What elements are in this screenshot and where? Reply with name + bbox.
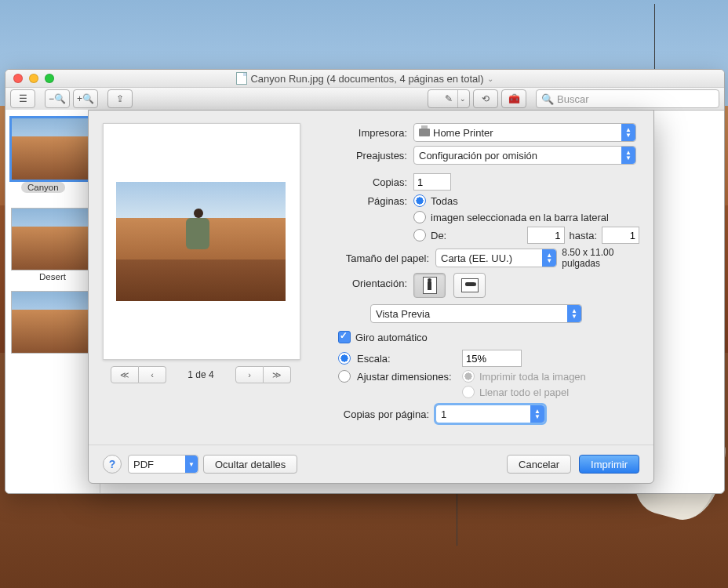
pages-to-input[interactable] (602, 227, 639, 244)
auto-rotate-checkbox[interactable] (338, 331, 351, 343)
print-dialog: ≪ ‹ 1 de 4 › ≫ Impresora: Home Printer ▲… (88, 110, 654, 484)
fit-fill-paper-radio (462, 386, 475, 398)
print-button[interactable]: Imprimir (579, 455, 639, 474)
select-arrows-icon: ▲▼ (542, 249, 556, 267)
scale-input[interactable] (462, 350, 522, 367)
app-options-value: Vista Previa (376, 308, 430, 320)
share-button[interactable]: ⇪ (107, 89, 133, 108)
copies-per-page-select[interactable]: 1 ▲▼ (435, 405, 545, 423)
sidebar-thumbnail-1[interactable] (11, 118, 94, 180)
copies-per-page-label: Copias por página: (313, 408, 435, 420)
sidebar-thumbnail-3[interactable] (11, 291, 94, 354)
print-preview-page (103, 123, 300, 360)
paper-dims-label: 8.50 x 11.00 pulgadas (562, 247, 639, 269)
scale-radio[interactable] (338, 352, 351, 365)
pager-next-button[interactable]: › (235, 366, 264, 383)
sidebar: Canyon Desert (5, 110, 100, 493)
sidebar-thumbnail-2-label: Desert (5, 272, 100, 281)
pages-from-label: De: (431, 230, 446, 241)
portrait-icon (423, 277, 437, 294)
hide-details-button[interactable]: Ocultar detalles (203, 455, 297, 474)
help-button[interactable]: ? (103, 455, 122, 474)
pdf-menu-button[interactable]: PDF ▼ (128, 455, 198, 474)
copies-input[interactable] (413, 173, 451, 191)
print-preview-person (178, 209, 217, 263)
pages-range-radio[interactable] (413, 229, 426, 241)
dialog-bottom-bar: ? PDF ▼ Ocultar detalles Cancelar Imprim… (89, 445, 653, 483)
toolbox-button[interactable]: 🧰 (501, 89, 526, 108)
pager-label: 1 de 4 (179, 369, 223, 380)
presets-select[interactable]: Configuración por omisión ▲▼ (413, 146, 636, 165)
select-arrows-icon: ▲▼ (567, 305, 581, 322)
pager-prev-button[interactable]: ‹ (139, 366, 166, 383)
fit-print-all-label: Imprimir toda la imagen (479, 371, 586, 383)
cancel-button[interactable]: Cancelar (507, 455, 571, 474)
window-title: Canyon Run.jpg (4 documentos, 4 páginas … (250, 73, 483, 85)
printer-icon (419, 129, 430, 136)
printer-value: Home Printer (433, 127, 493, 139)
zoom-in-button[interactable]: +🔍 (73, 89, 98, 108)
pages-label: Páginas: (313, 195, 413, 207)
printer-label: Impresora: (313, 127, 413, 139)
orientation-label: Orientación: (313, 273, 413, 289)
search-input[interactable]: 🔍 Buscar (536, 89, 719, 108)
pages-from-input[interactable] (527, 227, 565, 244)
landscape-icon (461, 278, 479, 292)
sidebar-thumbnail-1-label: Canyon (21, 182, 65, 193)
select-arrows-icon: ▲▼ (621, 147, 635, 164)
paper-size-select[interactable]: Carta (EE. UU.) ▲▼ (435, 249, 557, 267)
app-options-select[interactable]: Vista Previa ▲▼ (370, 304, 582, 323)
sidebar-thumbnail-2[interactable] (11, 208, 94, 270)
pages-selected-label: imagen seleccionada en la barra lateral (431, 212, 609, 223)
file-icon (236, 72, 247, 85)
chevron-down-icon: ▼ (185, 456, 198, 473)
pager-first-button[interactable]: ≪ (111, 366, 139, 383)
fit-label: Ajustar dimensiones: (357, 371, 457, 383)
sidebar-toggle-button[interactable]: ☰ (10, 89, 35, 108)
pages-to-label: hasta: (570, 230, 597, 241)
paper-size-label: Tamaño del papel: (313, 252, 435, 264)
rotate-button[interactable]: ⟲ (473, 89, 498, 108)
zoom-out-button[interactable]: −🔍 (45, 89, 70, 108)
toolbar: ☰ −🔍 +🔍 ⇪ ✎ ⌄ ⟲ 🧰 🔍 Buscar (5, 88, 724, 111)
fit-radio[interactable] (338, 370, 351, 383)
orientation-landscape-button[interactable] (453, 273, 486, 298)
fit-fill-paper-label: Llenar todo el papel (479, 387, 569, 398)
paper-size-value: Carta (EE. UU.) (441, 252, 512, 264)
preview-pager: ≪ ‹ 1 de 4 › ≫ (103, 366, 299, 383)
titlebar: Canyon Run.jpg (4 documentos, 4 páginas … (5, 70, 724, 88)
orientation-portrait-button[interactable] (413, 273, 446, 298)
select-arrows-icon: ▲▼ (530, 405, 544, 423)
copies-per-page-value: 1 (441, 408, 446, 420)
presets-label: Preajustes: (313, 150, 413, 162)
pages-all-radio[interactable] (413, 194, 426, 207)
pager-last-button[interactable]: ≫ (264, 366, 291, 383)
auto-rotate-label: Giro automático (355, 332, 428, 343)
search-icon: 🔍 (541, 93, 554, 105)
search-placeholder: Buscar (557, 93, 588, 105)
scale-label: Escala: (357, 353, 457, 365)
pdf-label: PDF (133, 459, 154, 470)
printer-select[interactable]: Home Printer ▲▼ (413, 123, 636, 142)
copies-label: Copias: (313, 176, 413, 188)
pages-selected-radio[interactable] (413, 211, 426, 223)
presets-value: Configuración por omisión (419, 150, 537, 162)
fit-print-all-radio (462, 370, 475, 383)
pages-all-label: Todas (431, 195, 458, 207)
chevron-down-icon[interactable]: ⌄ (487, 74, 493, 83)
select-arrows-icon: ▲▼ (621, 124, 635, 141)
markup-button[interactable]: ✎ ⌄ (428, 89, 470, 108)
